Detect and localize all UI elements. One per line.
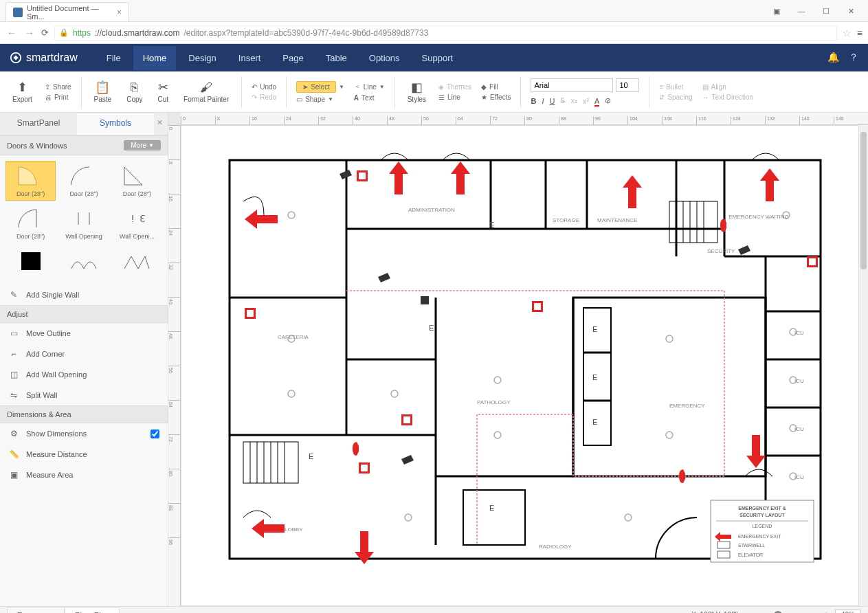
text-direction-button[interactable]: ↔ Text Direction [702, 93, 754, 101]
svg-point-64 [494, 432, 501, 438]
share-button[interactable]: ⇪ Share [45, 83, 71, 91]
symbol-wall-opening-2[interactable]: ⵑƐWall Openi... [112, 203, 162, 243]
document-tab-emergency[interactable]: Emergen... [7, 608, 65, 614]
paste-button[interactable]: 📋Paste [89, 80, 118, 103]
underline-button[interactable]: U [549, 97, 555, 105]
line-style-button[interactable]: ☰ Line [438, 93, 471, 101]
help-icon[interactable]: ？ [849, 52, 858, 64]
svg-point-63 [494, 377, 501, 383]
menu-design[interactable]: Design [179, 46, 225, 70]
symbol-door-4[interactable]: Door (28") [5, 203, 56, 243]
browser-tab-strip: Untitled Document — Sm... × ▣ — ☐ ✕ [0, 0, 868, 22]
section-adjust[interactable]: Adjust [0, 305, 168, 323]
redo-button[interactable]: ↷ Redo [252, 93, 276, 101]
spacing-button[interactable]: ⇵ Spacing [659, 93, 692, 101]
show-dimensions-toggle[interactable]: ⚙Show Dimensions [0, 423, 168, 444]
url-input[interactable]: 🔒 https://cloud.smartdraw.com/editor.asp… [54, 25, 837, 41]
strike-button[interactable]: S̶ [560, 96, 565, 105]
svg-text:ICU: ICU [794, 330, 804, 336]
drawing-canvas[interactable]: E EEE E E E ADMINISTRATION STORAGE MAINT… [181, 125, 868, 606]
add-single-wall-button[interactable]: ✎Add Single Wall [0, 285, 168, 305]
document-tab-floorplan[interactable]: Floor Plan [65, 608, 120, 614]
clear-format-button[interactable]: ⊘ [605, 96, 611, 105]
menu-home[interactable]: Home [133, 46, 177, 70]
add-corner-button[interactable]: ⌐Add Corner [0, 344, 168, 364]
horizontal-ruler[interactable]: 0816243240485664728088961041081161241321… [181, 113, 868, 125]
fill-button[interactable]: ◆ Fill [481, 83, 511, 91]
user-icon[interactable]: ▣ [765, 3, 788, 19]
browser-menu-icon[interactable]: ≡ [857, 27, 863, 38]
superscript-button[interactable]: x² [583, 97, 589, 105]
export-button[interactable]: ⬆Export [7, 80, 38, 103]
symbol-door-2[interactable]: Door (28") [58, 161, 109, 201]
svg-text:ICU: ICU [794, 378, 804, 384]
menu-table[interactable]: Table [316, 46, 357, 70]
svg-text:LEGEND: LEGEND [753, 524, 772, 528]
address-bar: ← → ⟳ 🔒 https://cloud.smartdraw.com/edit… [0, 22, 868, 44]
measure-distance-button[interactable]: 📏Measure Distance [0, 444, 168, 465]
forward-button[interactable]: → [23, 27, 36, 38]
svg-rect-46 [359, 172, 366, 179]
bookmark-icon[interactable]: ☆ [843, 27, 852, 38]
close-window-button[interactable]: ✕ [839, 3, 863, 19]
split-wall-button[interactable]: ⇋Split Wall [0, 385, 168, 405]
measure-area-button[interactable]: ▣Measure Area [0, 465, 168, 485]
close-tab-icon[interactable]: × [117, 8, 122, 17]
shape-tool[interactable]: ▭ Shape ▼ [296, 96, 344, 103]
symbol-double-door-2[interactable] [112, 246, 162, 279]
symbol-double-door-1[interactable] [58, 246, 109, 279]
menu-page[interactable]: Page [273, 46, 313, 70]
back-button[interactable]: ← [5, 27, 18, 38]
close-panel-icon[interactable]: ✕ [154, 113, 168, 135]
text-tool[interactable]: A Text [354, 94, 385, 102]
section-dimensions[interactable]: Dimensions & Area [0, 405, 168, 423]
themes-button[interactable]: ◈ Themes [438, 83, 471, 91]
minimize-button[interactable]: — [790, 3, 813, 19]
line-tool[interactable]: ＜ Line ▼ [354, 82, 385, 91]
tab-smartpanel[interactable]: SmartPanel [0, 113, 77, 135]
subscript-button[interactable]: x₂ [570, 96, 577, 105]
font-size-input[interactable] [616, 78, 639, 92]
notification-icon[interactable]: 🔔 [827, 52, 839, 64]
favicon-icon [13, 8, 23, 17]
symbol-solid[interactable] [5, 246, 56, 279]
menu-insert[interactable]: Insert [229, 46, 271, 70]
styles-button[interactable]: ◧Styles [402, 80, 432, 103]
pencil-icon: ✎ [8, 290, 19, 300]
select-tool[interactable]: ➤ Select▼ [296, 81, 344, 93]
vertical-ruler[interactable]: 081624324048566472808896 [168, 125, 181, 606]
add-wall-opening-button[interactable]: ◫Add Wall Opening [0, 364, 168, 385]
vertical-scrollbar[interactable] [858, 125, 868, 606]
section-doors-windows[interactable]: Doors & Windows More▼ [0, 135, 168, 155]
svg-text:ELEVATOR: ELEVATOR [738, 553, 763, 557]
tab-symbols[interactable]: Symbols [77, 113, 154, 135]
bold-button[interactable]: B [531, 97, 536, 105]
app-logo[interactable]: smartdraw [10, 52, 78, 64]
italic-button[interactable]: I [542, 97, 544, 105]
font-name-input[interactable] [531, 78, 613, 92]
copy-button[interactable]: ⎘Copy [121, 80, 148, 103]
show-dimensions-checkbox[interactable] [151, 430, 159, 438]
symbol-door-1[interactable]: Door (28") [5, 161, 56, 201]
menu-support[interactable]: Support [412, 46, 463, 70]
menu-options[interactable]: Options [359, 46, 410, 70]
symbol-wall-opening[interactable]: Wall Opening [58, 203, 109, 243]
font-color-button[interactable]: A [594, 97, 599, 105]
zoom-level[interactable]: 40% [835, 610, 861, 613]
bullet-button[interactable]: ≡ Bullet [659, 83, 692, 91]
menu-file[interactable]: File [97, 46, 131, 70]
symbol-door-3[interactable]: Door (28") [112, 161, 162, 201]
print-button[interactable]: 🖨 Print [45, 93, 71, 101]
reload-button[interactable]: ⟳ [41, 27, 49, 38]
svg-text:ICU: ICU [794, 474, 804, 480]
browser-tab[interactable]: Untitled Document — Sm... × [5, 2, 129, 21]
effects-button[interactable]: ★ Effects [481, 93, 511, 101]
align-button[interactable]: ▤ Align [702, 83, 754, 91]
undo-button[interactable]: ↶ Undo [252, 83, 276, 91]
cut-button[interactable]: ✂Cut [153, 80, 175, 103]
lock-icon: 🔒 [59, 28, 69, 37]
maximize-button[interactable]: ☐ [814, 3, 838, 19]
move-outline-button[interactable]: ▭Move Outline [0, 323, 168, 344]
more-symbols-button[interactable]: More▼ [124, 140, 161, 151]
format-painter-button[interactable]: 🖌Format Painter [178, 80, 234, 103]
